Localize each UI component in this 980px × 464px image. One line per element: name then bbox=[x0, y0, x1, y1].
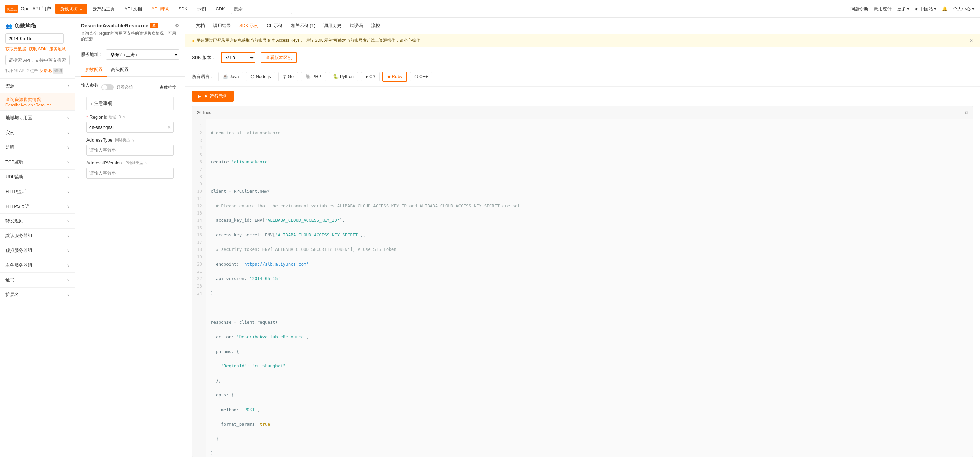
nav-group-extension-header[interactable]: 扩展名 ∨ bbox=[0, 288, 75, 302]
warning-close-button[interactable]: ✕ bbox=[970, 38, 973, 43]
nav-more[interactable]: 更多 ▾ bbox=[897, 6, 910, 12]
nav-region[interactable]: ⊕ 中国站 ▾ bbox=[915, 6, 937, 12]
nav-group-cert-header[interactable]: 证书 ∨ bbox=[0, 273, 75, 287]
sidebar-link-sdk[interactable]: 获取 SDK bbox=[29, 46, 46, 52]
nav-group-instances-header[interactable]: 实例 ∨ bbox=[0, 126, 75, 140]
nav-item-yuncp[interactable]: 云产品主页 bbox=[88, 5, 119, 13]
java-icon: ☕ bbox=[223, 74, 228, 79]
lang-btn-java[interactable]: ☕ Java bbox=[218, 72, 243, 81]
lang-btn-python[interactable]: 🐍 Python bbox=[329, 72, 358, 81]
view-version-diff-button[interactable]: 查看版本区别 bbox=[261, 52, 297, 63]
notice-title: 注意事项 bbox=[94, 100, 112, 106]
portal-name: OpenAPI 门户 bbox=[21, 6, 51, 12]
tab-flow-control[interactable]: 流控 bbox=[367, 18, 384, 34]
api-badge[interactable]: 查 bbox=[150, 22, 158, 29]
notice-header[interactable]: › 注意事项 bbox=[87, 97, 173, 110]
region-id-clear-icon[interactable]: ✕ bbox=[167, 125, 171, 130]
warning-icon: ● bbox=[192, 38, 195, 43]
chevron-down-icon-5: ∨ bbox=[67, 175, 70, 179]
lang-btn-cpp[interactable]: ⬡ C++ bbox=[410, 72, 433, 81]
help-icon-2: ? bbox=[132, 138, 134, 142]
sidebar-date-select[interactable]: 2014-05-15 bbox=[5, 33, 64, 43]
required-only-toggle[interactable] bbox=[102, 84, 114, 91]
nav-group-udp-header[interactable]: UDP监听 ∨ bbox=[0, 170, 75, 184]
tab-docs[interactable]: 文档 bbox=[192, 18, 209, 34]
nav-group-tcp-header[interactable]: TCP监听 ∨ bbox=[0, 155, 75, 169]
chevron-down-icon-13: ∨ bbox=[67, 292, 70, 297]
chevron-down-icon: ∨ bbox=[67, 116, 70, 120]
sidebar-item-describe-resource[interactable]: 查询资源售卖情况 DescribeAvailableResource bbox=[0, 93, 75, 110]
tab-cli-example[interactable]: CLI示例 bbox=[262, 18, 286, 34]
lang-btn-go[interactable]: ◎ Go bbox=[278, 72, 298, 81]
tab-call-history[interactable]: 调用历史 bbox=[319, 18, 345, 34]
nav-user-center[interactable]: 个人中心 ▾ bbox=[953, 6, 975, 12]
code-line-23: ) bbox=[211, 450, 968, 457]
nav-issue-diag[interactable]: 问题诊断 bbox=[851, 6, 868, 12]
nav-group-default-server-header[interactable]: 默认服务器组 ∨ bbox=[0, 229, 75, 243]
copy-code-button[interactable]: ⧉ bbox=[964, 110, 968, 116]
sidebar-header: 👥 负载均衡 2014-05-15 获取元数据 获取 SDK 服务地域 找不到 … bbox=[0, 18, 75, 79]
address-type-input[interactable] bbox=[86, 145, 174, 156]
nav-group-virtual-server-header[interactable]: 虚拟服务器组 ∨ bbox=[0, 243, 75, 258]
code-line-7: access_key_id: ENV['ALIBABA_CLOUD_ACCESS… bbox=[211, 216, 968, 224]
service-addr-label: 服务地址： bbox=[81, 51, 103, 57]
sidebar-link-meta[interactable]: 获取元数据 bbox=[5, 46, 26, 52]
nav-group-forward-rules-header[interactable]: 转发规则 ∨ bbox=[0, 214, 75, 228]
feedback-link[interactable]: 反馈吧 bbox=[40, 68, 52, 74]
region-id-input[interactable] bbox=[86, 122, 174, 133]
help-icon-3: ? bbox=[145, 161, 147, 165]
sidebar-link-region[interactable]: 服务地域 bbox=[49, 46, 66, 52]
run-btn-row: ▶ ▶ 运行示例 bbox=[185, 87, 980, 106]
nav-group-primary-backup-header[interactable]: 主备服务器组 ∨ bbox=[0, 258, 75, 272]
nav-item-apidebug[interactable]: API 调试 bbox=[147, 5, 173, 13]
nav-group-listen: 监听 ∨ bbox=[0, 140, 75, 155]
nav-group-regions: 地域与可用区 ∨ bbox=[0, 111, 75, 126]
run-example-button[interactable]: ▶ ▶ 运行示例 bbox=[192, 91, 234, 102]
nav-call-stats[interactable]: 调用统计 bbox=[874, 6, 892, 12]
sidebar-feedback: 找不到 API？点击 反馈吧 详细 bbox=[5, 68, 70, 74]
code-line-21: format_params: true bbox=[211, 421, 968, 427]
sidebar-api-search[interactable] bbox=[5, 55, 70, 65]
lang-btn-csharp[interactable]: ● C# bbox=[361, 72, 379, 81]
main-layout: 👥 负载均衡 2014-05-15 获取元数据 获取 SDK 服务地域 找不到 … bbox=[0, 18, 980, 464]
nav-item-apidoc[interactable]: API 文档 bbox=[120, 5, 146, 13]
nav-item-cdk[interactable]: CDK bbox=[212, 5, 229, 13]
sdk-version-select[interactable]: V1.0 bbox=[221, 52, 255, 63]
nav-group-resources-header[interactable]: 资源 ∧ bbox=[0, 79, 75, 93]
top-search-input[interactable] bbox=[231, 4, 292, 14]
toggle-knob bbox=[102, 85, 107, 90]
nav-group-https-header[interactable]: HTTPS监听 ∨ bbox=[0, 199, 75, 213]
help-icon: ? bbox=[123, 115, 125, 119]
sidebar-nav-section: 资源 ∧ 查询资源售卖情况 DescribeAvailableResource … bbox=[0, 79, 75, 302]
feedback-badge[interactable]: 详细 bbox=[53, 68, 64, 74]
code-line-18: }, bbox=[211, 377, 968, 384]
tab-advanced-config[interactable]: 高级配置 bbox=[107, 63, 133, 77]
address-ip-version-label: AddressIPVersion IP地址类型 ? bbox=[86, 160, 174, 165]
code-line-12: ) bbox=[211, 289, 968, 297]
tab-error-code[interactable]: 错误码 bbox=[345, 18, 367, 34]
nav-group-listen-header[interactable]: 监听 ∨ bbox=[0, 140, 75, 154]
chevron-down-icon-6: ∨ bbox=[67, 189, 70, 194]
lang-btn-nodejs[interactable]: ⬡ Node.js bbox=[246, 72, 275, 81]
nav-item-example[interactable]: 示例 bbox=[193, 5, 210, 13]
input-params-title: 输入参数 bbox=[81, 82, 99, 88]
sdk-version-label: SDK 版本： bbox=[192, 54, 216, 60]
nav-group-http-header[interactable]: HTTP监听 ∨ bbox=[0, 184, 75, 199]
tab-related-examples[interactable]: 相关示例 (1) bbox=[287, 18, 320, 34]
address-ip-version-input[interactable] bbox=[86, 168, 174, 178]
tab-param-config[interactable]: 参数配置 bbox=[81, 63, 107, 77]
param-recommend-button[interactable]: 参数推荐 bbox=[157, 84, 179, 92]
lang-btn-ruby[interactable]: ◆ Ruby bbox=[382, 72, 407, 81]
service-addr-select[interactable]: 华东2（上海） bbox=[106, 49, 179, 60]
panel-header: DescribeAvailableResource 查 ⚙ 查询某个Region… bbox=[75, 18, 185, 46]
active-product-button[interactable]: 负载均衡 ≡ bbox=[55, 4, 88, 14]
gear-icon[interactable]: ⚙ bbox=[175, 23, 179, 29]
tab-call-result[interactable]: 调用结果 bbox=[209, 18, 235, 34]
nav-group-regions-header[interactable]: 地域与可用区 ∨ bbox=[0, 111, 75, 125]
tab-sdk-example[interactable]: SDK 示例 bbox=[235, 18, 262, 34]
nav-bell[interactable]: 🔔 bbox=[942, 6, 947, 11]
address-type-label: AddressType 网络类型 ? bbox=[86, 137, 174, 143]
nav-item-sdk[interactable]: SDK bbox=[174, 5, 191, 13]
active-product-label: 负载均衡 bbox=[60, 6, 78, 12]
lang-btn-php[interactable]: 🐘 PHP bbox=[301, 72, 326, 81]
